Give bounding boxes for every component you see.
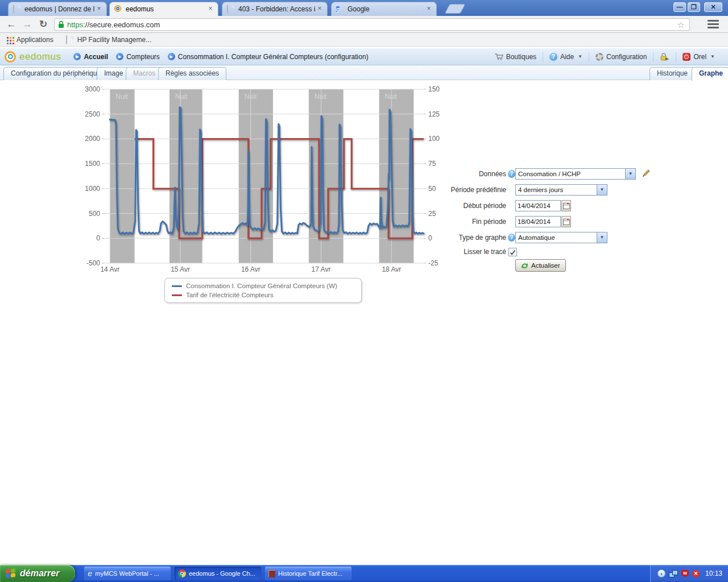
night-band [169, 89, 202, 263]
svg-text:-25: -25 [428, 259, 439, 267]
browser-tab-1[interactable]: eedomus | Donnez de l'intelli × [8, 2, 107, 16]
url-text: ://secure.eedomus.com [83, 20, 160, 29]
tab-title: Google [348, 5, 425, 13]
tray-chevron-icon[interactable]: ‹ [657, 569, 665, 577]
system-tray: ‹ M ✕ 10:13 [650, 565, 728, 582]
type-label: Type de graphe [442, 234, 506, 242]
svg-text:1000: 1000 [85, 185, 100, 193]
help-icon[interactable]: ? [508, 170, 515, 178]
svg-text:2500: 2500 [85, 110, 100, 118]
browser-tab-4[interactable]: g Google × [331, 2, 437, 16]
svg-text:-500: -500 [86, 259, 100, 267]
breadcrumb-accueil[interactable]: ▶ Accueil [73, 53, 108, 61]
chrome-menu-icon[interactable] [708, 20, 719, 30]
graph-settings-form: Données ? Consomation / HCHP ▼ Période p… [442, 168, 659, 276]
menu-configuration[interactable]: Configuration [589, 52, 653, 62]
taskbar: démarrer e myMCS WebPortal - ... eedomus… [0, 565, 728, 582]
arrow-icon: ▶ [116, 53, 123, 60]
device-tab-bar: Configuration du périphérique Image Macr… [0, 65, 728, 80]
start-button[interactable]: démarrer [0, 565, 75, 582]
lisser-checkbox[interactable] [508, 248, 517, 256]
tab-title: eedomus | Donnez de l'intelli [24, 5, 95, 13]
page-icon [227, 5, 235, 13]
menu-user[interactable]: Orel ▼ [676, 52, 721, 62]
brand-name[interactable]: eedomus [19, 51, 61, 63]
help-icon[interactable]: ? [508, 234, 515, 242]
tab-historique[interactable]: Historique [650, 67, 695, 80]
bookmark-item[interactable]: HP Facility Manageme... [77, 36, 152, 44]
svg-text:Nuit: Nuit [115, 93, 128, 101]
refresh-icon[interactable]: ↻ [36, 18, 50, 31]
bookmark-star-icon[interactable]: ☆ [677, 20, 685, 30]
new-tab-button[interactable] [444, 4, 465, 14]
address-bar[interactable]: https://secure.eedomus.com ☆ [54, 18, 690, 31]
debut-date-input[interactable] [515, 200, 561, 211]
svg-text:Nuit: Nuit [315, 93, 327, 101]
chevron-down-icon: ▼ [625, 169, 635, 179]
lock-icon [660, 52, 669, 61]
svg-text:16 Avr: 16 Avr [241, 265, 260, 273]
svg-text:1500: 1500 [85, 160, 100, 168]
site-header: eedomus ▶ Accueil ▶ Compteurs ▶ Consomma… [0, 48, 728, 65]
donnees-select[interactable]: Consomation / HCHP ▼ [515, 168, 636, 180]
refresh-icon [521, 262, 528, 269]
breadcrumb-device[interactable]: ▶ Consommation I. Compteur Général Compt… [168, 53, 369, 61]
periode-select[interactable]: 4 derniers jours ▼ [515, 184, 607, 196]
apps-grid-icon[interactable] [7, 37, 9, 39]
fin-date-input[interactable] [515, 216, 561, 227]
restore-button[interactable]: ❐ [688, 2, 700, 12]
menu-lock[interactable] [653, 52, 676, 62]
calendar-icon[interactable] [561, 200, 571, 211]
close-button[interactable]: ✕ [704, 2, 722, 12]
apps-label[interactable]: Applications [16, 36, 53, 44]
tab-title: eedomus [126, 5, 206, 13]
type-graphe-select[interactable]: Automatique ▼ [515, 232, 607, 243]
forward-icon[interactable]: → [20, 18, 34, 31]
browser-tab-2-active[interactable]: eedomus × [109, 2, 218, 16]
tab-close-icon[interactable]: × [95, 5, 103, 13]
legend-dash-red [172, 294, 182, 296]
eedomus-icon [114, 5, 122, 13]
url-scheme: https [67, 20, 83, 29]
actualiser-button[interactable]: Actualiser [515, 259, 566, 272]
tab-regles-associees[interactable]: Règles associées [158, 67, 226, 80]
page-icon [13, 5, 21, 13]
tab-graphe[interactable]: Graphe [692, 67, 728, 81]
tab-close-icon[interactable]: × [206, 5, 214, 13]
svg-text:25: 25 [428, 210, 436, 218]
taskbar-item-historique[interactable]: Historique Tarif Electr... [265, 567, 351, 580]
lisser-label: Lisser le tracé [442, 248, 506, 256]
cart-icon [494, 53, 503, 60]
svg-text:14 Avr: 14 Avr [100, 265, 119, 273]
chevron-down-icon: ▼ [710, 54, 715, 59]
network-icon[interactable] [669, 569, 678, 578]
browser-tab-3[interactable]: 403 - Forbidden: Access is d × [222, 2, 328, 16]
tab-close-icon[interactable]: × [316, 5, 324, 13]
tray-clock: 10:13 [705, 569, 722, 577]
menu-aide[interactable]: ? Aide ▼ [543, 52, 589, 62]
edit-pencil-icon[interactable] [641, 169, 650, 178]
svg-text:15 Avr: 15 Avr [171, 265, 190, 273]
breadcrumb-compteurs[interactable]: ▶ Compteurs [116, 53, 160, 61]
page-icon [66, 36, 74, 44]
arrow-icon: ▶ [168, 53, 175, 60]
svg-text:50: 50 [428, 185, 436, 193]
legend-item-consumption: Consommation I. Compteur Général Compteu… [172, 281, 361, 290]
minimize-button[interactable]: — [673, 2, 686, 12]
tab-macros: Macros [126, 67, 163, 80]
calendar-icon[interactable] [561, 216, 571, 227]
back-icon[interactable]: ← [5, 18, 18, 31]
night-band [110, 89, 134, 263]
mcafee-icon[interactable]: M [681, 570, 689, 577]
tab-configuration-peripherique[interactable]: Configuration du périphérique [3, 67, 108, 80]
svg-text:17 Avr: 17 Avr [312, 265, 331, 273]
svg-text:2000: 2000 [85, 135, 100, 143]
taskbar-item-mymcs[interactable]: e myMCS WebPortal - ... [84, 567, 171, 580]
consumption-chart: NuitNuitNuitNuitNuit30002500200015001000… [80, 85, 444, 281]
menu-boutiques[interactable]: Boutiques [488, 52, 543, 62]
tab-close-icon[interactable]: × [425, 5, 433, 13]
google-icon: g [336, 5, 344, 13]
taskbar-item-eedomus[interactable]: eedomus - Google Ch... [175, 567, 261, 580]
security-alert-icon[interactable]: ✕ [692, 570, 700, 577]
donnees-label: Données [442, 170, 506, 178]
